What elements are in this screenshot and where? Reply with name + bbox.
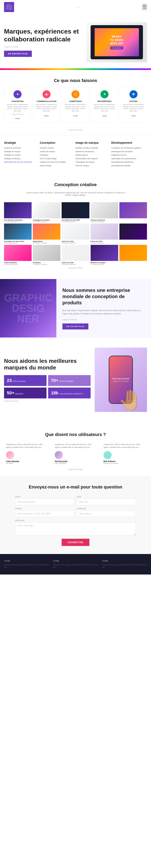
testimonial-role-1: Chef comptable (55, 463, 96, 464)
portfolio-img-3 (91, 202, 118, 218)
form-group-nom: Nom (77, 496, 136, 505)
hero-cta-button[interactable]: EN SAVOIR PLUS (4, 51, 32, 57)
col-header-conception: Conception (40, 141, 76, 144)
testimonial-name-0: Celia Almeida (6, 460, 48, 463)
service-desc-5: Alus este dolor in representat in adipis… (122, 103, 145, 112)
nom-input[interactable] (77, 498, 136, 505)
service-plus-3[interactable]: PLUS (73, 115, 77, 117)
services-bottom-img-label: Image de Freepik (0, 129, 151, 135)
service-desc-4: Alus este dolor in representat in adipis… (93, 103, 116, 112)
testimonial-text-1: Sample text. Click to select the text bo… (55, 443, 96, 449)
col-item-strategie-1: Stratégie de marque (4, 150, 40, 153)
form-group-phone: Phone (15, 507, 74, 517)
col-item-dev-3: Optimisation des performances (111, 157, 147, 160)
entreprise-cta-button[interactable]: EN SAVOIR PLUS (62, 323, 89, 330)
col-item-conception-2: Prototypes (40, 154, 76, 156)
col-item-imagemarque-2: Identité options (76, 154, 111, 156)
portfolio-img-13 (91, 245, 118, 261)
portfolio-img-6 (33, 223, 60, 240)
service-title-4: RÉCOMPENSES (93, 100, 116, 102)
col-item-conception-4: Création de ressources visuelles (40, 161, 76, 163)
footer-col-2: Titre Exemple de text. Cliquez pour séle… (102, 560, 147, 568)
portfolio-sublabel-3: Conception graphique (91, 221, 118, 222)
col-item-dev-1: Développement Full-Stack (111, 150, 147, 153)
submit-button[interactable]: SOUMETTRE (61, 539, 90, 546)
portfolio-img-12 (61, 245, 89, 261)
portfolio-item-11: Animation Conception numérique (33, 245, 60, 265)
service-plus-2[interactable]: PLUS (44, 115, 49, 117)
portfolio-img-label: Image de Freepik (4, 267, 147, 269)
col-item-strategie-2: Stratégie de contenu (4, 154, 40, 156)
service-desc-1: Alus este dolor in representat in adipis… (6, 103, 29, 112)
stat-num-applications: 23 (7, 378, 12, 383)
testimonial-role-2: Directeur des ventes (103, 463, 145, 464)
col-image-marque: Image de marque Identifier visuelle et t… (76, 141, 111, 168)
phone-input[interactable] (15, 510, 74, 517)
stat-label-users: UTILISATEURS SATISFAITS (59, 393, 83, 395)
stat-box-equipes: 50+ ÉQUIPES (4, 388, 47, 398)
logo-line3: STUDIO (6, 8, 12, 10)
col-item-dev-4: Développement WordPress (111, 161, 147, 163)
portfolio-item-1: Campagne de marque Conception graphique (33, 202, 60, 222)
message-textarea[interactable] (15, 522, 136, 535)
portfolio-label-0: Une identité d'entreprise (4, 219, 32, 221)
portfolio-label-7: Cartes de visite (61, 241, 89, 242)
service-icon-competence: ⬡ (72, 90, 79, 98)
stat-label-sites: SITES INTERNET (59, 380, 74, 382)
portfolio-img-8 (91, 223, 118, 240)
service-plus-5[interactable]: PLUS (131, 115, 135, 117)
portfolio-item-0: Une identité d'entreprise Conception gra… (4, 202, 32, 222)
hero-left: Marques, expériences et collaboration ra… (4, 28, 82, 57)
stats-grid: 23 APPLICATIONS 70+ SITES INTERNET 50+ É… (4, 375, 91, 398)
service-title-1: CONCEPTION (6, 100, 29, 102)
portfolio-img-14 (119, 245, 147, 261)
hero-image-label: Image de Freepik (4, 46, 82, 48)
portfolio-item-2: Conception de site Web Conception graphi… (61, 202, 89, 222)
service-title-5: SOUTIEN (122, 100, 145, 102)
portfolio-item-13: Modèle de musique Conception graphique (91, 245, 118, 265)
col-item-imagemarque-1: Identité de mouvement (76, 150, 111, 153)
form-label-phone: Phone (15, 507, 74, 509)
portfolio-sublabel-2: Conception graphique (61, 221, 89, 222)
hamburger-button[interactable]: ☰ (142, 4, 147, 10)
col-item-imagemarque-0: Identifier visuelle et talentée (76, 147, 111, 149)
testimonial-text-2: Sample text. Click to select the text bo… (103, 443, 145, 449)
entreprise-right-content: Nous sommes une entreprise mondiale de c… (56, 279, 151, 338)
service-title-3: COMPÉTENCE (64, 100, 87, 102)
service-plus-1[interactable]: PLUS (15, 118, 20, 119)
services-title: Ce que nous faisons (0, 78, 151, 83)
footer-col-title-2: Titre (102, 560, 147, 562)
col-item-conception-5: Motion Design (40, 164, 76, 167)
hero-section: Marques, expériences et collaboration ra… (0, 14, 151, 68)
conception-creative-subtitle: Lorem ipsum dolor sit amet, consectetur … (25, 191, 126, 196)
service-plus-4[interactable]: PLUS (102, 115, 106, 117)
stats-left: Nous aidons les meilleures marques du mo… (4, 358, 91, 402)
testimonials-section: Que disent nos utilisateurs ? Sample tex… (0, 418, 151, 476)
laptop-btn: En savoir plus (110, 46, 123, 50)
form-group-message: Message (15, 520, 136, 535)
adresse-input[interactable] (77, 510, 136, 517)
portfolio-label-13: Modèle de musique (91, 262, 118, 264)
logo-text: logo (77, 6, 79, 8)
portfolio-item-8: Cartes de visite Conception graphique (91, 223, 118, 244)
footer-col-1: Titre Exemple de text. Cliquez pour séle… (53, 560, 98, 568)
portfolio-label-3: Caissons lumineux (91, 219, 118, 221)
entreprise-left-image: GRAPHICDESIGNER (0, 279, 56, 338)
portfolio-item-6: Applications Conception numérique (33, 223, 60, 244)
testimonials-grid: Sample text. Click to select the text bo… (4, 441, 147, 466)
col-item-dev-5: Développement Shopify (111, 164, 147, 167)
email-input[interactable] (15, 498, 74, 505)
portfolio-sublabel-1: Conception graphique (33, 221, 60, 222)
stat-box-sites: 70+ SITES INTERNET (48, 375, 91, 386)
portfolio-item-10: Cartes d'affiches Conception graphique (4, 245, 32, 265)
testimonial-card-2: Sample text. Click to select the text bo… (101, 441, 147, 466)
stats-right-image: Pour vous, du fond Cliquez pour sélectio… (95, 347, 147, 412)
col-item-strategie-0: Analyse et recherche (4, 147, 40, 149)
form-group-adresse: Adresse (77, 507, 136, 517)
col-header-developpement: Développement (111, 141, 147, 144)
form-group-email: Email (15, 496, 74, 505)
footer-col-0: Titre Exemple de text. Cliquez pour séle… (4, 560, 49, 568)
service-card-conception: ✦ CONCEPTION Alus este dolor in represen… (4, 87, 31, 123)
logo: ART & DESIGN STUDIO (4, 2, 14, 12)
col-item-imagemarque-3: Dénomination des marques (76, 157, 111, 160)
